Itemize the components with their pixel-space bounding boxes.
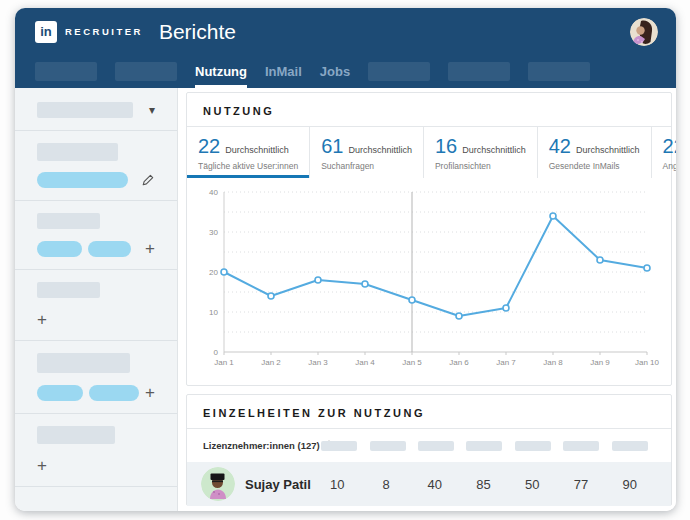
tab-nutzung[interactable]: Nutzung: [195, 55, 247, 88]
svg-text:10: 10: [209, 308, 218, 317]
add-filter-icon[interactable]: +: [37, 457, 47, 474]
licensees-column-label: Lizenznehmer:innen (127): [203, 440, 320, 451]
stat-value: 22: [663, 135, 676, 158]
table-row[interactable]: Sujay Patil1084085507790: [187, 462, 671, 506]
column-header-placeholder: [515, 441, 551, 451]
stat-sublabel: Tägliche aktive User:innen: [198, 161, 298, 171]
column-header-placeholder: [563, 441, 599, 451]
tab-inmail[interactable]: InMail: [265, 55, 302, 88]
svg-text:Jan 8: Jan 8: [543, 358, 563, 367]
sidebar-divider: [15, 269, 177, 270]
svg-text:Jan 10: Jan 10: [635, 358, 660, 367]
stat-card-3[interactable]: 42DurchschnittlichGesendete InMails: [538, 127, 652, 178]
add-filter-icon[interactable]: +: [37, 311, 47, 328]
stat-sublabel: Suchanfragen: [321, 161, 412, 171]
nav-placeholder: [528, 62, 590, 81]
usage-stats: 22DurchschnittlichTägliche aktive User:i…: [187, 127, 671, 178]
filters-sidebar: ▾ + +: [15, 88, 178, 511]
nav-placeholder: [115, 62, 177, 81]
stat-sublabel: Angenommene InMails: [663, 161, 676, 171]
user-avatar-illustration: [630, 18, 658, 46]
table-rows: Sujay Patil1084085507790: [187, 462, 671, 506]
usage-metric-cell: 8: [362, 477, 411, 492]
usage-metric-cell: 40: [410, 477, 459, 492]
usage-metric-cell: 85: [459, 477, 508, 492]
svg-text:Jan 5: Jan 5: [402, 358, 422, 367]
licensee-avatar: [201, 467, 235, 501]
details-panel-title: EINZELHEITEN ZUR NUTZUNG: [187, 395, 671, 428]
stat-label: Durchschnittlich: [348, 145, 412, 155]
column-header-placeholder: [321, 441, 357, 451]
app-window: in RECRUITER Berichte NutzungInMailJobs: [15, 8, 676, 511]
stat-card-2[interactable]: 16DurchschnittlichProfilansichten: [424, 127, 538, 178]
details-panel: EINZELHEITEN ZUR NUTZUNG Lizenznehmer:in…: [186, 394, 672, 506]
svg-text:40: 40: [209, 188, 218, 197]
filter-tag-pill[interactable]: [37, 241, 82, 257]
filter-tag-pill[interactable]: [88, 241, 131, 257]
add-filter-icon[interactable]: +: [145, 384, 155, 401]
nav-placeholder: [368, 62, 430, 81]
filter-label-placeholder: [37, 143, 118, 161]
filter-label-placeholder: [37, 353, 130, 373]
filter-label-placeholder: [37, 426, 115, 444]
column-header-placeholder: [370, 441, 406, 451]
svg-text:Jan 7: Jan 7: [496, 358, 516, 367]
nav-placeholder: [448, 62, 510, 81]
usage-line-chart: 010203040Jan 1Jan 2Jan 3Jan 4Jan 5Jan 6J…: [198, 184, 662, 376]
usage-panel-title: NUTZUNG: [187, 93, 671, 126]
nav-placeholder: [35, 62, 97, 81]
svg-text:0: 0: [214, 348, 219, 357]
tab-jobs[interactable]: Jobs: [320, 55, 350, 88]
svg-text:30: 30: [209, 228, 218, 237]
licensee-name[interactable]: Sujay Patil: [245, 477, 311, 492]
stat-card-1[interactable]: 61DurchschnittlichSuchanfragen: [310, 127, 424, 178]
add-filter-icon[interactable]: +: [145, 240, 155, 257]
stat-label: Durchschnittlich: [462, 145, 526, 155]
usage-metric-cell: 50: [508, 477, 557, 492]
linkedin-recruiter-logo[interactable]: in RECRUITER: [35, 21, 143, 43]
dropdown-label-placeholder: [37, 102, 133, 118]
stat-sublabel: Gesendete InMails: [549, 161, 640, 171]
stat-value: 16: [435, 135, 457, 158]
app-header: in RECRUITER Berichte NutzungInMailJobs: [15, 8, 676, 88]
usage-metric-cell: 77: [557, 477, 606, 492]
licensees-column-header[interactable]: Lizenznehmer:innen (127): [203, 440, 315, 451]
linkedin-logo-icon: in: [35, 21, 57, 43]
stat-value: 22: [198, 135, 220, 158]
stat-value: 42: [549, 135, 571, 158]
page-title: Berichte: [159, 20, 236, 44]
table-header-row: Lizenznehmer:innen (127): [187, 429, 671, 462]
column-header-placeholder: [612, 441, 648, 451]
usage-panel: NUTZUNG 22DurchschnittlichTägliche aktiv…: [186, 92, 672, 386]
svg-text:Jan 4: Jan 4: [355, 358, 375, 367]
stat-value: 61: [321, 135, 343, 158]
sidebar-divider: [15, 130, 177, 131]
stat-sublabel: Profilansichten: [435, 161, 526, 171]
stat-label: Durchschnittlich: [225, 145, 289, 155]
stat-label: Durchschnittlich: [576, 145, 640, 155]
filter-tag-pill[interactable]: [37, 172, 128, 188]
stat-card-4[interactable]: 22DurchschnittlichAngenommene InMails: [652, 127, 676, 178]
main-content: NUTZUNG 22DurchschnittlichTägliche aktiv…: [178, 88, 676, 511]
column-header-placeholder: [418, 441, 454, 451]
report-tabs: NutzungInMailJobs: [195, 55, 350, 88]
svg-text:Jan 1: Jan 1: [214, 358, 234, 367]
svg-text:20: 20: [209, 268, 218, 277]
header-tab-row: NutzungInMailJobs: [15, 55, 676, 88]
filter-label-placeholder: [37, 282, 100, 298]
svg-text:Jan 6: Jan 6: [449, 358, 469, 367]
svg-text:Jan 9: Jan 9: [590, 358, 610, 367]
usage-metric-cell: 10: [313, 477, 362, 492]
sidebar-divider: [15, 340, 177, 341]
user-avatar[interactable]: [630, 18, 658, 46]
filter-label-placeholder: [37, 213, 100, 229]
edit-pencil-icon[interactable]: [141, 173, 155, 187]
filter-tag-pill[interactable]: [89, 385, 139, 401]
svg-text:Jan 3: Jan 3: [308, 358, 328, 367]
filter-tag-pill[interactable]: [37, 385, 83, 401]
chevron-down-icon[interactable]: ▾: [149, 104, 155, 116]
sidebar-dropdown[interactable]: ▾: [15, 102, 177, 118]
sidebar-divider: [15, 200, 177, 201]
brand-product-label: RECRUITER: [65, 26, 143, 37]
stat-card-0[interactable]: 22DurchschnittlichTägliche aktive User:i…: [187, 127, 310, 178]
